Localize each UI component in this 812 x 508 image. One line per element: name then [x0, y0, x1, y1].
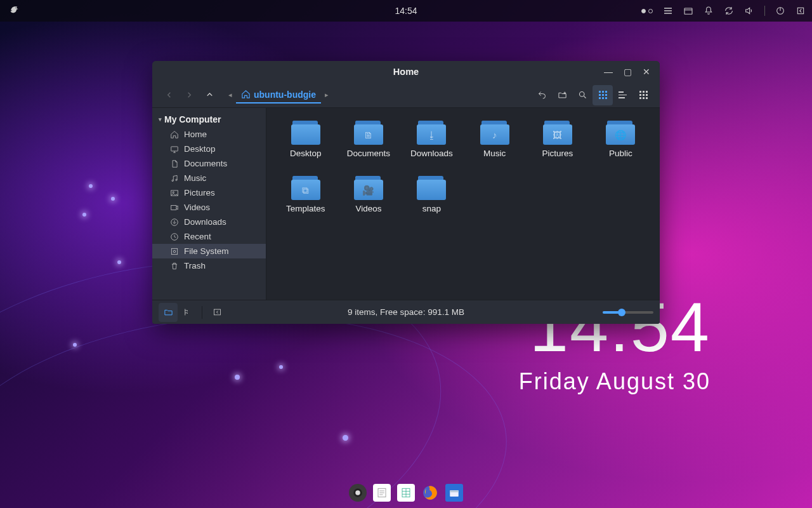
folder-icon: 🌐 [606, 121, 635, 145]
folder-snap[interactable]: snap [402, 173, 462, 216]
notifications-icon[interactable] [704, 6, 714, 16]
window-title: Home [393, 67, 419, 77]
toggle-terminal-button[interactable] [207, 303, 226, 322]
pictures-icon [170, 189, 179, 197]
trash-icon [170, 262, 179, 271]
sidebar-item-label: Recent [184, 232, 211, 241]
music-icon [170, 174, 179, 183]
svg-rect-1 [684, 8, 692, 14]
sidebar-item-home[interactable]: Home [152, 127, 266, 142]
view-icons-button[interactable] [593, 85, 613, 105]
sidebar-item-pictures[interactable]: Pictures [152, 185, 266, 200]
folder-label: Public [609, 149, 632, 158]
sidebar-header[interactable]: ▾ My Computer [152, 112, 266, 127]
close-button[interactable]: ✕ [637, 62, 656, 81]
nav-forward-button[interactable] [179, 85, 199, 105]
sync-icon[interactable] [724, 6, 734, 16]
sidebar-item-downloads[interactable]: Downloads [152, 215, 266, 229]
folder-icon: 🗎 [354, 121, 383, 145]
nav-back-button[interactable] [159, 85, 179, 105]
folder-documents[interactable]: 🗎Documents [338, 118, 398, 161]
status-text: 9 items, Free space: 991.1 MB [348, 307, 464, 317]
volume-icon[interactable] [744, 6, 754, 16]
folder-downloads[interactable]: ⭳Downloads [402, 118, 462, 161]
files-tray-icon[interactable] [683, 6, 693, 16]
sidebar-item-desktop[interactable]: Desktop [152, 142, 266, 156]
home-icon [241, 90, 251, 99]
zoom-slider[interactable] [603, 311, 653, 314]
folder-icon: 🎥 [354, 176, 383, 200]
show-tree-button[interactable] [178, 303, 197, 322]
power-icon[interactable] [775, 6, 785, 16]
minimize-button[interactable]: — [599, 62, 618, 81]
dock-app-firefox[interactable] [421, 484, 439, 502]
dock [344, 481, 468, 504]
svg-rect-3 [797, 8, 803, 13]
maximize-button[interactable]: ▢ [618, 62, 637, 81]
dock-app-spreadsheet[interactable] [397, 484, 415, 502]
view-list-button[interactable] [613, 85, 633, 105]
sidebar-item-trash[interactable]: Trash [152, 258, 266, 273]
folder-label: Desktop [290, 149, 322, 158]
svg-rect-20 [171, 248, 177, 254]
downloads-icon [170, 218, 179, 227]
folder-public[interactable]: 🌐Public [591, 118, 651, 161]
sidebar-item-label: Home [184, 130, 207, 139]
svg-point-5 [355, 490, 360, 495]
path-next-icon[interactable]: ▸ [321, 91, 332, 99]
budgie-menu-button[interactable] [6, 4, 19, 17]
folder-pictures[interactable]: 🖼Pictures [527, 118, 587, 161]
videos-icon [170, 203, 179, 212]
sidebar-item-videos[interactable]: Videos [152, 200, 266, 215]
new-folder-button[interactable] [552, 85, 572, 105]
path-prev-icon[interactable]: ◂ [225, 91, 236, 99]
recent-icon [170, 232, 179, 241]
panel-clock[interactable]: 14:54 [395, 6, 417, 16]
dock-app-settings[interactable] [349, 484, 367, 502]
top-panel: 14:54 [0, 0, 812, 22]
folder-desktop[interactable]: Desktop [275, 118, 336, 161]
show-places-button[interactable] [159, 303, 178, 322]
raven-toggle-icon[interactable] [796, 6, 806, 16]
dock-app-text-editor[interactable] [373, 484, 391, 502]
svg-rect-17 [171, 205, 176, 210]
folder-label: snap [422, 204, 441, 213]
filesystem-icon [170, 247, 179, 256]
svg-rect-22 [214, 309, 220, 315]
path-segment-home[interactable]: ubuntu-budgie [236, 87, 321, 104]
sidebar-item-documents[interactable]: Documents [152, 156, 266, 171]
folder-templates[interactable]: ⧉Templates [275, 173, 336, 216]
menu-icon[interactable] [663, 6, 673, 16]
folder-icon: ⧉ [291, 176, 320, 200]
svg-point-16 [173, 191, 174, 192]
folder-videos[interactable]: 🎥Videos [338, 173, 398, 216]
sidebar-item-music[interactable]: Music [152, 171, 266, 185]
sidebar-item-recent[interactable]: Recent [152, 229, 266, 244]
sidebar-item-file-system[interactable]: File System [152, 244, 266, 258]
search-button[interactable] [572, 85, 593, 105]
folder-icon [291, 121, 320, 145]
workspace-indicator[interactable] [641, 9, 653, 13]
collapse-icon: ▾ [159, 116, 162, 123]
sidebar-item-label: File System [184, 246, 229, 256]
folder-label: Downloads [410, 149, 453, 158]
desktop-icon [170, 145, 179, 154]
nav-up-button[interactable] [199, 85, 219, 105]
svg-point-11 [579, 92, 584, 97]
view-compact-button[interactable] [633, 85, 653, 105]
svg-rect-12 [171, 146, 178, 150]
document-icon [170, 159, 179, 168]
pathbar: ◂ ubuntu-budgie ▸ [225, 87, 332, 104]
folder-label: Templates [286, 204, 325, 213]
dock-app-files[interactable] [445, 484, 463, 502]
undo-button[interactable] [532, 85, 552, 105]
budgie-logo-icon [9, 4, 19, 15]
folder-icon [417, 176, 446, 200]
folder-label: Pictures [542, 149, 573, 158]
folder-music[interactable]: ♪Music [464, 118, 525, 161]
path-segment-label: ubuntu-budgie [254, 90, 316, 100]
folder-label: Videos [355, 204, 381, 213]
titlebar[interactable]: Home — ▢ ✕ [152, 61, 660, 83]
content-area[interactable]: Desktop🗎Documents⭳Downloads♪Music🖼Pictur… [266, 108, 660, 300]
sidebar: ▾ My Computer HomeDesktopDocumentsMusicP… [152, 108, 266, 300]
